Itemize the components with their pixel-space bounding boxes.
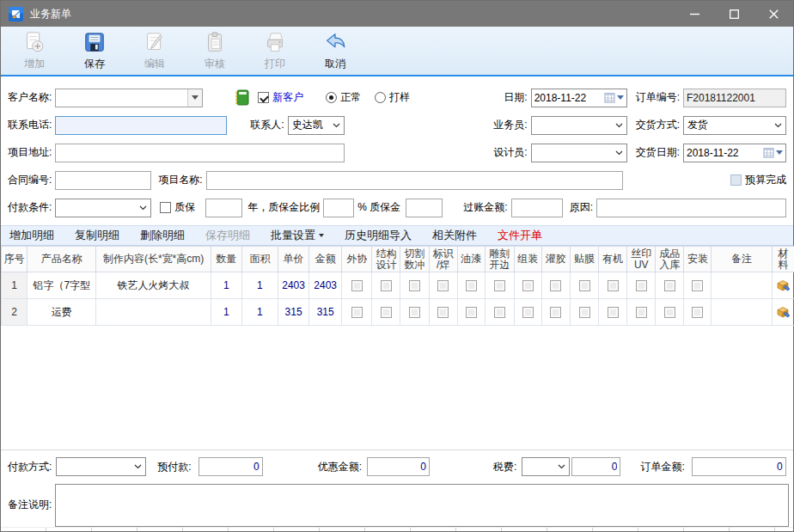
grid-checkbox-cell[interactable] xyxy=(400,299,429,326)
grid-checkbox-cell[interactable] xyxy=(514,299,541,326)
grid-checkbox[interactable] xyxy=(664,307,675,318)
column-header[interactable]: 组装 xyxy=(514,247,541,272)
grid-cell[interactable]: 运费 xyxy=(27,299,96,326)
contact-select[interactable]: 史达凯 xyxy=(288,116,345,135)
grid-checkbox-cell[interactable] xyxy=(372,272,400,299)
grid-cell[interactable] xyxy=(96,299,211,326)
attachments-link[interactable]: 相关附件 xyxy=(432,228,477,243)
address-input[interactable] xyxy=(55,144,345,162)
grid-checkbox[interactable] xyxy=(437,280,449,291)
warranty-checkbox[interactable] xyxy=(160,202,171,213)
grid-checkbox-cell[interactable] xyxy=(372,299,400,326)
close-button[interactable] xyxy=(754,1,793,27)
contact-book-icon[interactable] xyxy=(234,89,249,106)
customer-combobox[interactable] xyxy=(55,89,203,107)
column-header[interactable]: 金额 xyxy=(309,247,342,272)
order-type-normal-radio[interactable] xyxy=(326,92,337,103)
grid-checkbox-cell[interactable] xyxy=(342,299,372,326)
posting-amount-input[interactable] xyxy=(511,199,563,217)
payment-terms-select[interactable] xyxy=(55,199,151,217)
designer-select[interactable] xyxy=(531,144,627,162)
delivery-method-select[interactable]: 发货 xyxy=(683,116,786,135)
column-header[interactable]: 面积 xyxy=(241,247,278,272)
new-customer-checkbox[interactable] xyxy=(258,92,269,103)
grid-cell[interactable]: 2403 xyxy=(278,272,309,299)
grid-checkbox[interactable] xyxy=(550,307,561,318)
column-header[interactable]: 雕刻 开边 xyxy=(485,247,514,272)
minimize-button[interactable] xyxy=(675,1,714,27)
grid-checkbox[interactable] xyxy=(494,280,505,291)
column-header[interactable]: 油漆 xyxy=(457,247,485,272)
column-header[interactable]: 贴膜 xyxy=(571,247,599,272)
delivery-date-picker[interactable]: 2018-11-22 xyxy=(683,144,786,162)
tax-select[interactable] xyxy=(522,457,570,476)
grid-cell[interactable]: 1 xyxy=(211,272,241,299)
order-type-proof-radio[interactable] xyxy=(375,92,386,103)
grid-cell[interactable]: 1 xyxy=(241,272,278,299)
grid-checkbox[interactable] xyxy=(351,280,363,291)
budget-done-checkbox[interactable] xyxy=(730,174,742,186)
grid-checkbox-cell[interactable] xyxy=(627,272,656,299)
grid-checkbox-cell[interactable] xyxy=(541,299,570,326)
column-header[interactable]: 单价 xyxy=(278,247,309,272)
grid-checkbox-cell[interactable] xyxy=(485,272,514,299)
column-header[interactable]: 材 料 xyxy=(772,247,794,272)
grid-checkbox[interactable] xyxy=(409,307,420,318)
batch-set-menu[interactable]: 批量设置 xyxy=(271,228,324,243)
warranty-pct-input[interactable] xyxy=(323,199,354,217)
grid-checkbox[interactable] xyxy=(550,280,561,291)
grid-checkbox[interactable] xyxy=(608,280,619,291)
grid-checkbox[interactable] xyxy=(608,307,619,318)
column-header[interactable]: 标识 /焊 xyxy=(429,247,457,272)
grid-checkbox-cell[interactable] xyxy=(485,299,514,326)
save-button[interactable]: 保存 xyxy=(64,28,125,74)
grid-checkbox[interactable] xyxy=(636,280,647,291)
column-header[interactable]: 丝印 UV xyxy=(627,247,656,272)
grid-checkbox[interactable] xyxy=(664,280,675,291)
material-package-icon[interactable] xyxy=(776,278,790,292)
maximize-button[interactable] xyxy=(714,1,754,27)
remark-textarea[interactable] xyxy=(55,484,789,527)
order-amount-input[interactable] xyxy=(692,457,786,476)
grid-checkbox[interactable] xyxy=(351,307,363,318)
column-header[interactable]: 外协 xyxy=(342,247,372,272)
warranty-years-input[interactable] xyxy=(205,199,242,217)
copy-detail-link[interactable]: 复制明细 xyxy=(75,228,119,243)
grid-checkbox-cell[interactable] xyxy=(457,299,485,326)
grid-checkbox[interactable] xyxy=(409,280,420,291)
column-header[interactable]: 结构 设计 xyxy=(372,247,400,272)
grid-cell[interactable]: 315 xyxy=(278,299,309,326)
column-header[interactable]: 备注 xyxy=(712,247,772,272)
grid-checkbox-cell[interactable] xyxy=(599,299,627,326)
tax-input[interactable] xyxy=(571,457,620,476)
grid-checkbox-cell[interactable] xyxy=(342,272,372,299)
grid-checkbox-cell[interactable] xyxy=(457,272,485,299)
grid-checkbox[interactable] xyxy=(522,307,534,318)
column-header[interactable]: 序号 xyxy=(2,247,27,272)
grid-checkbox[interactable] xyxy=(437,307,449,318)
grid-checkbox[interactable] xyxy=(381,307,392,318)
grid-checkbox[interactable] xyxy=(522,280,534,291)
prepay-input[interactable] xyxy=(198,457,263,476)
payment-method-select[interactable] xyxy=(56,457,146,476)
column-header[interactable]: 切割 数冲 xyxy=(400,247,429,272)
grid-checkbox-cell[interactable] xyxy=(571,299,599,326)
grid-checkbox-cell[interactable] xyxy=(627,299,656,326)
grid-checkbox[interactable] xyxy=(466,307,477,318)
print-button[interactable]: 打印 xyxy=(245,28,305,74)
add-detail-link[interactable]: 增加明细 xyxy=(9,228,54,243)
grid-checkbox-cell[interactable] xyxy=(656,272,684,299)
file-order-link[interactable]: 文件开单 xyxy=(498,228,542,243)
grid-checkbox[interactable] xyxy=(692,307,703,318)
grid-checkbox-cell[interactable] xyxy=(571,272,599,299)
grid-checkbox-cell[interactable] xyxy=(429,299,457,326)
grid-checkbox[interactable] xyxy=(579,280,590,291)
column-header[interactable]: 制作内容(长*宽*高cm) xyxy=(96,247,211,272)
grid-checkbox[interactable] xyxy=(579,307,590,318)
add-button[interactable]: 增加 xyxy=(4,28,64,74)
grid-cell[interactable]: 铁艺人火烤大叔 xyxy=(96,272,211,299)
date-picker[interactable]: 2018-11-22 xyxy=(531,89,627,107)
remark-cell[interactable] xyxy=(712,299,772,326)
column-header[interactable]: 数量 xyxy=(211,247,241,272)
material-package-icon[interactable] xyxy=(776,305,790,319)
